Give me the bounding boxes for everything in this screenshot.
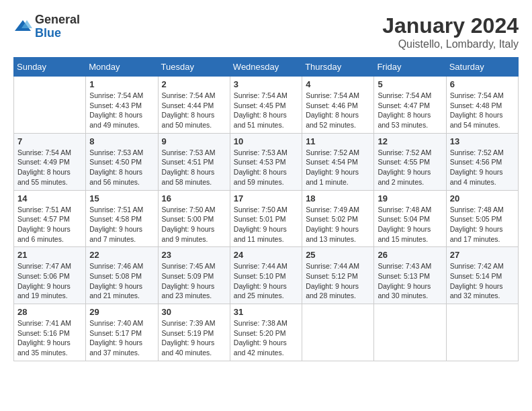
day-info: Sunrise: 7:54 AMSunset: 4:44 PMDaylight:… — [162, 91, 226, 130]
day-info: Sunrise: 7:47 AMSunset: 5:06 PMDaylight:… — [17, 261, 82, 301]
day-number: 21 — [17, 250, 82, 260]
calendar-cell: 19Sunrise: 7:48 AMSunset: 5:04 PMDayligh… — [374, 190, 446, 247]
logo-text: General Blue — [35, 13, 80, 40]
calendar-cell: 18Sunrise: 7:49 AMSunset: 5:02 PMDayligh… — [302, 190, 374, 247]
calendar-table: SundayMondayTuesdayWednesdayThursdayFrid… — [13, 57, 519, 361]
logo-general-text: General — [35, 13, 80, 27]
day-info: Sunrise: 7:54 AMSunset: 4:46 PMDaylight:… — [306, 91, 370, 130]
logo: General Blue — [13, 13, 80, 40]
day-number: 2 — [162, 79, 226, 89]
calendar-cell: 14Sunrise: 7:51 AMSunset: 4:57 PMDayligh… — [14, 190, 86, 247]
day-number: 18 — [306, 193, 370, 203]
day-info: Sunrise: 7:54 AMSunset: 4:45 PMDaylight:… — [234, 91, 298, 130]
day-info: Sunrise: 7:52 AMSunset: 4:54 PMDaylight:… — [306, 148, 370, 187]
day-number: 13 — [450, 136, 515, 146]
day-info: Sunrise: 7:53 AMSunset: 4:51 PMDaylight:… — [162, 148, 226, 187]
logo-icon — [13, 17, 32, 36]
calendar-cell: 15Sunrise: 7:51 AMSunset: 4:58 PMDayligh… — [86, 190, 158, 247]
calendar-cell: 8Sunrise: 7:53 AMSunset: 4:50 PMDaylight… — [86, 133, 158, 190]
weekday-header-tuesday: Tuesday — [158, 58, 230, 77]
calendar-cell: 28Sunrise: 7:41 AMSunset: 5:16 PMDayligh… — [14, 304, 86, 361]
calendar-cell: 26Sunrise: 7:43 AMSunset: 5:13 PMDayligh… — [374, 247, 446, 304]
calendar-cell: 4Sunrise: 7:54 AMSunset: 4:46 PMDaylight… — [302, 77, 374, 134]
calendar-cell — [14, 77, 86, 134]
day-number: 11 — [306, 136, 370, 146]
calendar-cell: 2Sunrise: 7:54 AMSunset: 4:44 PMDaylight… — [158, 77, 230, 134]
day-number: 26 — [378, 250, 442, 260]
calendar-cell: 12Sunrise: 7:52 AMSunset: 4:55 PMDayligh… — [374, 133, 446, 190]
calendar-cell: 17Sunrise: 7:50 AMSunset: 5:01 PMDayligh… — [230, 190, 302, 247]
day-info: Sunrise: 7:49 AMSunset: 5:02 PMDaylight:… — [306, 205, 370, 244]
day-number: 7 — [17, 136, 82, 146]
calendar-title: January 2024 — [382, 13, 519, 38]
day-info: Sunrise: 7:44 AMSunset: 5:12 PMDaylight:… — [306, 261, 370, 301]
day-number: 31 — [234, 307, 298, 317]
weekday-header-wednesday: Wednesday — [230, 58, 302, 77]
day-info: Sunrise: 7:43 AMSunset: 5:13 PMDaylight:… — [378, 261, 442, 301]
day-number: 28 — [17, 307, 82, 317]
day-number: 5 — [378, 79, 442, 89]
day-info: Sunrise: 7:53 AMSunset: 4:50 PMDaylight:… — [89, 148, 154, 187]
day-info: Sunrise: 7:39 AMSunset: 5:19 PMDaylight:… — [162, 318, 226, 358]
day-info: Sunrise: 7:50 AMSunset: 5:00 PMDaylight:… — [162, 205, 226, 244]
title-block: January 2024 Quistello, Lombardy, Italy — [382, 13, 519, 50]
day-info: Sunrise: 7:46 AMSunset: 5:08 PMDaylight:… — [89, 261, 154, 301]
weekday-header-friday: Friday — [374, 58, 446, 77]
day-info: Sunrise: 7:53 AMSunset: 4:53 PMDaylight:… — [234, 148, 298, 187]
day-number: 24 — [234, 250, 298, 260]
day-info: Sunrise: 7:44 AMSunset: 5:10 PMDaylight:… — [234, 261, 298, 301]
day-info: Sunrise: 7:51 AMSunset: 4:58 PMDaylight:… — [89, 205, 154, 244]
day-number: 3 — [234, 79, 298, 89]
day-number: 16 — [162, 193, 226, 203]
day-number: 30 — [162, 307, 226, 317]
day-number: 19 — [378, 193, 442, 203]
calendar-week-row: 14Sunrise: 7:51 AMSunset: 4:57 PMDayligh… — [14, 190, 519, 247]
day-number: 25 — [306, 250, 370, 260]
day-number: 6 — [450, 79, 515, 89]
day-info: Sunrise: 7:48 AMSunset: 5:04 PMDaylight:… — [378, 205, 442, 244]
calendar-cell: 30Sunrise: 7:39 AMSunset: 5:19 PMDayligh… — [158, 304, 230, 361]
day-number: 17 — [234, 193, 298, 203]
calendar-header-row: SundayMondayTuesdayWednesdayThursdayFrid… — [14, 58, 519, 77]
day-number: 20 — [450, 193, 515, 203]
day-info: Sunrise: 7:50 AMSunset: 5:01 PMDaylight:… — [234, 205, 298, 244]
day-info: Sunrise: 7:54 AMSunset: 4:47 PMDaylight:… — [378, 91, 442, 130]
day-info: Sunrise: 7:52 AMSunset: 4:55 PMDaylight:… — [378, 148, 442, 187]
calendar-week-row: 1Sunrise: 7:54 AMSunset: 4:43 PMDaylight… — [14, 77, 519, 134]
day-number: 23 — [162, 250, 226, 260]
calendar-cell: 6Sunrise: 7:54 AMSunset: 4:48 PMDaylight… — [446, 77, 518, 134]
day-info: Sunrise: 7:48 AMSunset: 5:05 PMDaylight:… — [450, 205, 515, 244]
day-number: 12 — [378, 136, 442, 146]
calendar-cell — [374, 304, 446, 361]
calendar-cell: 1Sunrise: 7:54 AMSunset: 4:43 PMDaylight… — [86, 77, 158, 134]
day-info: Sunrise: 7:54 AMSunset: 4:48 PMDaylight:… — [450, 91, 515, 130]
day-info: Sunrise: 7:38 AMSunset: 5:20 PMDaylight:… — [234, 318, 298, 358]
day-number: 14 — [17, 193, 82, 203]
day-info: Sunrise: 7:54 AMSunset: 4:43 PMDaylight:… — [89, 91, 154, 130]
calendar-cell: 29Sunrise: 7:40 AMSunset: 5:17 PMDayligh… — [86, 304, 158, 361]
calendar-location: Quistello, Lombardy, Italy — [382, 38, 519, 50]
weekday-header-saturday: Saturday — [446, 58, 518, 77]
calendar-cell: 31Sunrise: 7:38 AMSunset: 5:20 PMDayligh… — [230, 304, 302, 361]
calendar-cell: 25Sunrise: 7:44 AMSunset: 5:12 PMDayligh… — [302, 247, 374, 304]
calendar-cell: 7Sunrise: 7:54 AMSunset: 4:49 PMDaylight… — [14, 133, 86, 190]
calendar-cell: 24Sunrise: 7:44 AMSunset: 5:10 PMDayligh… — [230, 247, 302, 304]
weekday-header-thursday: Thursday — [302, 58, 374, 77]
calendar-cell: 10Sunrise: 7:53 AMSunset: 4:53 PMDayligh… — [230, 133, 302, 190]
day-info: Sunrise: 7:52 AMSunset: 4:56 PMDaylight:… — [450, 148, 515, 187]
day-info: Sunrise: 7:40 AMSunset: 5:17 PMDaylight:… — [89, 318, 154, 358]
day-number: 29 — [89, 307, 154, 317]
calendar-cell: 20Sunrise: 7:48 AMSunset: 5:05 PMDayligh… — [446, 190, 518, 247]
day-number: 8 — [89, 136, 154, 146]
calendar-cell: 16Sunrise: 7:50 AMSunset: 5:00 PMDayligh… — [158, 190, 230, 247]
day-number: 10 — [234, 136, 298, 146]
calendar-cell: 3Sunrise: 7:54 AMSunset: 4:45 PMDaylight… — [230, 77, 302, 134]
day-number: 27 — [450, 250, 515, 260]
calendar-cell: 21Sunrise: 7:47 AMSunset: 5:06 PMDayligh… — [14, 247, 86, 304]
calendar-cell: 9Sunrise: 7:53 AMSunset: 4:51 PMDaylight… — [158, 133, 230, 190]
calendar-cell: 13Sunrise: 7:52 AMSunset: 4:56 PMDayligh… — [446, 133, 518, 190]
calendar-cell — [302, 304, 374, 361]
calendar-cell: 11Sunrise: 7:52 AMSunset: 4:54 PMDayligh… — [302, 133, 374, 190]
weekday-header-sunday: Sunday — [14, 58, 86, 77]
calendar-week-row: 7Sunrise: 7:54 AMSunset: 4:49 PMDaylight… — [14, 133, 519, 190]
